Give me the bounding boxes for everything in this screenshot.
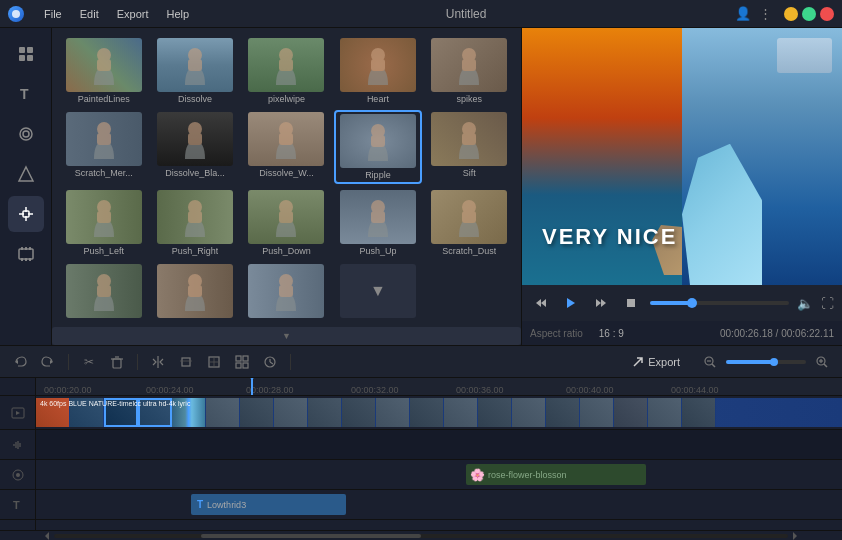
- svg-rect-12: [25, 247, 27, 250]
- menu-file[interactable]: File: [36, 6, 70, 22]
- svg-rect-58: [627, 299, 635, 307]
- more-icon[interactable]: ⋮: [759, 6, 772, 21]
- transition-thumb-scratch-dust: [431, 190, 507, 244]
- thumb-overlay-scratch-mer: [66, 112, 142, 166]
- thumb-overlay-push-down: [248, 190, 324, 244]
- transition-push-right[interactable]: Push_Right: [151, 188, 238, 258]
- sidebar-btn-effects[interactable]: [8, 156, 44, 192]
- progress-handle[interactable]: [687, 298, 697, 308]
- transition-dissolve-w[interactable]: Dissolve_W...: [243, 110, 330, 184]
- transition-thumb-push-right: [157, 190, 233, 244]
- transition-dissolve[interactable]: Dissolve: [151, 36, 238, 106]
- transition-heart[interactable]: Heart: [334, 36, 421, 106]
- grid-button[interactable]: [230, 350, 254, 374]
- bottom-scrollbar[interactable]: [0, 530, 842, 540]
- transition-scratch-dust[interactable]: Scratch_Dust: [426, 188, 513, 258]
- thumb-overlay-row4a: [66, 264, 142, 318]
- ruler-mark-2: 00:00:28.00: [246, 385, 294, 395]
- scale-button[interactable]: [202, 350, 226, 374]
- preview-panel: VERY NICE: [522, 28, 842, 345]
- svg-line-76: [270, 362, 273, 364]
- svg-marker-89: [45, 532, 49, 540]
- minimize-button[interactable]: –: [784, 7, 798, 21]
- thumb-overlay-spikes: [431, 38, 507, 92]
- transition-thumb-scratch-mer: [66, 112, 142, 166]
- split-button[interactable]: [146, 350, 170, 374]
- maximize-button[interactable]: □: [802, 7, 816, 21]
- transition-push-down[interactable]: Push_Down: [243, 188, 330, 258]
- zoom-slider[interactable]: [726, 360, 806, 364]
- transition-thumb-sift: [431, 112, 507, 166]
- ruler-mark-0: 00:00:20.00: [44, 385, 92, 395]
- svg-rect-11: [21, 247, 23, 250]
- transition-thumb-ripple: [340, 114, 416, 168]
- zoom-out-button[interactable]: [698, 350, 722, 374]
- transition-row4b[interactable]: [151, 262, 238, 322]
- transition-row4c[interactable]: [243, 262, 330, 322]
- transition-ripple[interactable]: Ripple: [334, 110, 421, 184]
- horizontal-scrollbar[interactable]: [54, 534, 788, 538]
- svg-marker-90: [793, 532, 797, 540]
- text-clip[interactable]: T Lowthrid3: [191, 494, 346, 515]
- transition-sift[interactable]: Sift: [426, 110, 513, 184]
- sidebar-btn-overlay[interactable]: [8, 116, 44, 152]
- transition-row4a[interactable]: [60, 262, 147, 322]
- volume-icon[interactable]: 🔈: [797, 296, 813, 311]
- transition-pixelwipe[interactable]: pixelwipe: [243, 36, 330, 106]
- crop-button[interactable]: [174, 350, 198, 374]
- transition-scratch-mer[interactable]: Scratch_Mer...: [60, 110, 147, 184]
- svg-rect-44: [371, 211, 385, 223]
- aspect-info-bar: Aspect ratio 16 : 9 00:00:26.18 / 00:06:…: [522, 321, 842, 345]
- thumb-overlay-painted-lines: [66, 38, 142, 92]
- svg-marker-53: [536, 299, 541, 307]
- sidebar-btn-transitions[interactable]: [8, 196, 44, 232]
- thumb-overlay-push-right: [157, 190, 233, 244]
- transition-dissolve-bla[interactable]: Dissolve_Bla...: [151, 110, 238, 184]
- stop-button[interactable]: [620, 292, 642, 314]
- transition-expand[interactable]: ▼: [334, 262, 421, 322]
- load-more-button[interactable]: ▼: [52, 327, 521, 345]
- undo-button[interactable]: [8, 350, 32, 374]
- sidebar-btn-media[interactable]: [8, 36, 44, 72]
- timeline-tracks: T 00:00:20.00 00:00:24.00 00:00:28.00 00…: [0, 378, 842, 530]
- window-title: Untitled: [446, 7, 487, 21]
- zoom-handle[interactable]: [770, 358, 778, 366]
- transition-painted-lines[interactable]: PaintedLines: [60, 36, 147, 106]
- sidebar-btn-text[interactable]: T: [8, 76, 44, 112]
- transition-thumb-row4c: [248, 264, 324, 318]
- transition-push-left[interactable]: Push_Left: [60, 188, 147, 258]
- svg-rect-38: [97, 211, 111, 223]
- video-clip[interactable]: 4k 60fps BLUE NATURE-timelcc ultra hd-4k…: [36, 396, 842, 429]
- rewind-button[interactable]: [530, 292, 552, 314]
- menu-export[interactable]: Export: [109, 6, 157, 22]
- redo-button[interactable]: [36, 350, 60, 374]
- cut-button[interactable]: ✂: [77, 350, 101, 374]
- zoom-in-button[interactable]: [810, 350, 834, 374]
- svg-rect-1: [19, 47, 25, 53]
- close-button[interactable]: ✕: [820, 7, 834, 21]
- ruler-mark-1: 00:00:24.00: [146, 385, 194, 395]
- thumb-overlay-dissolve-w: [248, 112, 324, 166]
- export-button[interactable]: Export: [622, 352, 690, 372]
- svg-rect-26: [462, 59, 476, 71]
- time-button[interactable]: [258, 350, 282, 374]
- menu-edit[interactable]: Edit: [72, 6, 107, 22]
- overlay-clip[interactable]: 🌸 rose-flower-blosson: [466, 464, 646, 485]
- sidebar-btn-film[interactable]: [8, 236, 44, 272]
- progress-bar[interactable]: [650, 301, 789, 305]
- transition-spikes[interactable]: spikes: [426, 36, 513, 106]
- scroll-right-icon[interactable]: [788, 531, 802, 541]
- user-icon[interactable]: 👤: [735, 6, 751, 21]
- fullscreen-button[interactable]: ⛶: [821, 296, 834, 311]
- svg-rect-48: [97, 285, 111, 297]
- playhead[interactable]: [251, 378, 253, 395]
- scroll-thumb[interactable]: [201, 534, 421, 538]
- delete-button[interactable]: [105, 350, 129, 374]
- play-button[interactable]: [560, 292, 582, 314]
- text-clip-label: Lowthrid3: [207, 500, 246, 510]
- forward-button[interactable]: [590, 292, 612, 314]
- menu-help[interactable]: Help: [159, 6, 198, 22]
- transition-push-up[interactable]: Push_Up: [334, 188, 421, 258]
- thumb-overlay-dissolve: [157, 38, 233, 92]
- scroll-left-icon[interactable]: [40, 531, 54, 541]
